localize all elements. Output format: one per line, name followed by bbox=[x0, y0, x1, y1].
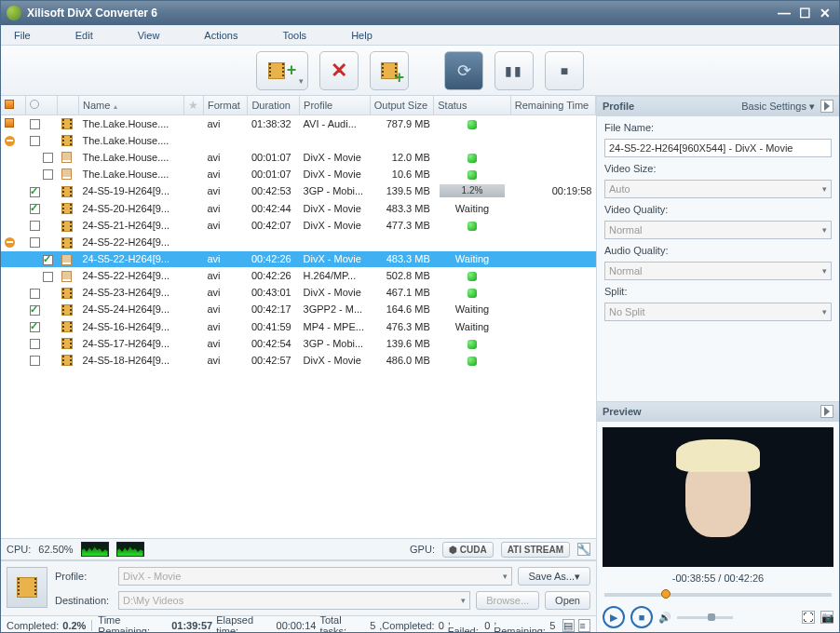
row-checkbox[interactable] bbox=[30, 339, 40, 349]
table-row[interactable]: 24-S5-19-H264[9...avi00:42:533GP - Mobi.… bbox=[1, 182, 596, 200]
list-button[interactable]: ≡ bbox=[578, 619, 590, 632]
menu-edit[interactable]: Edit bbox=[75, 30, 93, 41]
stop-button[interactable]: ■ bbox=[545, 51, 584, 90]
filename-input[interactable]: 24-S5-22-H264[960X544] - DivX - Movie bbox=[604, 139, 832, 157]
col-star[interactable]: ★ bbox=[184, 96, 204, 115]
table-row[interactable]: 24-S5-20-H264[9...avi00:42:44DivX - Movi… bbox=[1, 200, 596, 217]
col-remaining[interactable]: Remaining Time bbox=[510, 96, 595, 115]
row-checkbox[interactable] bbox=[43, 169, 53, 180]
preview-panel: -00:38:55 / 00:42:26 ▶ ■ 🔊 ⛶ 📷 bbox=[597, 422, 839, 633]
menu-view[interactable]: View bbox=[138, 30, 160, 41]
profile-combo[interactable]: DivX - Movie bbox=[118, 567, 512, 586]
table-row[interactable]: The.Lake.House....avi00:01:07DivX - Movi… bbox=[1, 166, 596, 182]
preview-time: -00:38:55 / 00:42:26 bbox=[603, 572, 833, 584]
stop-preview-button[interactable]: ■ bbox=[630, 606, 653, 628]
volume-icon[interactable]: 🔊 bbox=[658, 612, 671, 624]
cpu-value: 62.50% bbox=[38, 544, 73, 555]
split-combo[interactable]: No Split bbox=[604, 303, 832, 321]
maximize-button[interactable]: ☐ bbox=[796, 5, 813, 21]
row-checkbox[interactable] bbox=[30, 136, 40, 146]
menu-actions[interactable]: Actions bbox=[204, 30, 237, 41]
menubar: File Edit View Actions Tools Help bbox=[1, 25, 839, 46]
row-checkbox[interactable] bbox=[30, 322, 40, 332]
row-checkbox[interactable] bbox=[30, 237, 40, 248]
col-profile[interactable]: Profile bbox=[300, 96, 371, 115]
add-profile-button[interactable]: + bbox=[370, 51, 409, 90]
row-checkbox[interactable] bbox=[30, 187, 40, 197]
ati-badge[interactable]: ATI STREAM bbox=[501, 542, 570, 558]
gpu-label: GPU: bbox=[410, 544, 435, 555]
col-output-size[interactable]: Output Size bbox=[370, 96, 434, 115]
row-checkbox[interactable] bbox=[30, 356, 40, 366]
statusbar: Completed: 0.2% Time Remaining: 01:39:57… bbox=[1, 615, 596, 633]
row-checkbox[interactable] bbox=[43, 272, 53, 282]
videosize-label: Video Size: bbox=[604, 163, 832, 174]
col-tree[interactable] bbox=[1, 96, 26, 115]
cuda-badge[interactable]: ⬢ CUDA bbox=[442, 542, 494, 558]
seek-slider[interactable] bbox=[604, 593, 832, 597]
table-row[interactable]: 24-S5-24-H264[9...avi00:42:173GPP2 - M..… bbox=[1, 301, 596, 317]
snapshot-button[interactable]: 📷 bbox=[820, 611, 833, 624]
table-row[interactable]: 24-S5-17-H264[9...avi00:42:543GP - Mobi.… bbox=[1, 335, 596, 352]
row-checkbox[interactable] bbox=[30, 289, 40, 299]
menu-help[interactable]: Help bbox=[351, 30, 373, 41]
destination-combo[interactable]: D:\My Videos bbox=[118, 591, 470, 610]
minimize-button[interactable]: — bbox=[776, 5, 793, 21]
table-row[interactable]: The.Lake.House....avi01:38:32AVI - Audi.… bbox=[1, 115, 596, 132]
log-button[interactable]: ▤ bbox=[562, 619, 575, 632]
close-button[interactable]: ✕ bbox=[817, 5, 833, 21]
table-row[interactable]: 24-S5-18-H264[9...avi00:42:57DivX - Movi… bbox=[1, 352, 596, 369]
basic-settings-link[interactable]: Basic Settings ▾ bbox=[741, 101, 815, 113]
open-button[interactable]: Open bbox=[545, 591, 590, 610]
remove-button[interactable]: ✕ bbox=[319, 51, 359, 90]
save-as-button[interactable]: Save As... ▾ bbox=[518, 567, 590, 586]
cpu-gpu-bar: CPU: 62.50% GPU: ⬢ CUDA ATI STREAM 🔧 bbox=[1, 538, 596, 560]
table-row[interactable]: 24-S5-16-H264[9...avi00:41:59MP4 - MPE..… bbox=[1, 318, 596, 335]
add-file-button[interactable]: + bbox=[256, 51, 308, 90]
status-text: Waiting bbox=[455, 253, 489, 264]
fullscreen-button[interactable]: ⛶ bbox=[802, 611, 815, 624]
menu-file[interactable]: File bbox=[14, 30, 31, 41]
browse-button[interactable]: Browse... bbox=[476, 591, 539, 610]
gpu-settings-button[interactable]: 🔧 bbox=[577, 543, 590, 556]
row-checkbox[interactable] bbox=[43, 255, 53, 265]
menu-tools[interactable]: Tools bbox=[282, 30, 306, 41]
audioqual-label: Audio Quality: bbox=[604, 245, 832, 256]
audioqual-combo[interactable]: Normal bbox=[604, 262, 832, 280]
row-checkbox[interactable] bbox=[30, 119, 40, 129]
status-ready-icon bbox=[467, 222, 477, 231]
col-duration[interactable]: Duration bbox=[248, 96, 300, 115]
row-checkbox[interactable] bbox=[30, 305, 40, 316]
row-checkbox[interactable] bbox=[43, 153, 53, 163]
bottom-panel: Profile: DivX - Movie Save As... ▾ Desti… bbox=[1, 560, 596, 615]
table-row[interactable]: 24-S5-22-H264[9...avi00:42:26H.264/MP...… bbox=[1, 267, 596, 284]
cpu-graph-icon bbox=[81, 542, 109, 557]
play-button[interactable]: ▶ bbox=[603, 606, 625, 628]
titlebar: Xilisoft DivX Converter 6 — ☐ ✕ bbox=[1, 1, 839, 25]
col-status[interactable]: Status bbox=[434, 96, 510, 115]
table-row[interactable]: 24-S5-21-H264[9...avi00:42:07DivX - Movi… bbox=[1, 217, 596, 234]
pause-button[interactable]: ▮▮ bbox=[495, 51, 534, 90]
table-row[interactable]: 24-S5-23-H264[9...avi00:43:01DivX - Movi… bbox=[1, 284, 596, 301]
preview-header: Preview bbox=[597, 401, 839, 422]
col-name[interactable]: Name▴ bbox=[78, 96, 183, 115]
col-check[interactable] bbox=[26, 96, 58, 115]
videosize-combo[interactable]: Auto bbox=[604, 180, 832, 198]
col-icon[interactable] bbox=[58, 96, 79, 115]
profile-expand-button[interactable] bbox=[820, 100, 833, 113]
profile-panel-header: Profile Basic Settings ▾ bbox=[597, 96, 839, 116]
preview-expand-button[interactable] bbox=[820, 405, 833, 418]
convert-button[interactable]: ⟳ bbox=[444, 51, 483, 90]
cpu-label: CPU: bbox=[7, 544, 31, 555]
status-ready-icon bbox=[467, 289, 477, 298]
table-row[interactable]: 24-S5-22-H264[9... bbox=[1, 234, 596, 250]
table-row[interactable]: 24-S5-22-H264[9...avi00:42:26DivX - Movi… bbox=[1, 250, 596, 267]
table-row[interactable]: The.Lake.House....avi00:01:07DivX - Movi… bbox=[1, 149, 596, 166]
filename-label: File Name: bbox=[604, 122, 832, 133]
col-format[interactable]: Format bbox=[203, 96, 247, 115]
table-row[interactable]: The.Lake.House.... bbox=[1, 132, 596, 149]
row-checkbox[interactable] bbox=[30, 204, 40, 214]
volume-slider[interactable] bbox=[677, 616, 733, 619]
videoqual-combo[interactable]: Normal bbox=[604, 221, 832, 239]
row-checkbox[interactable] bbox=[30, 221, 40, 231]
